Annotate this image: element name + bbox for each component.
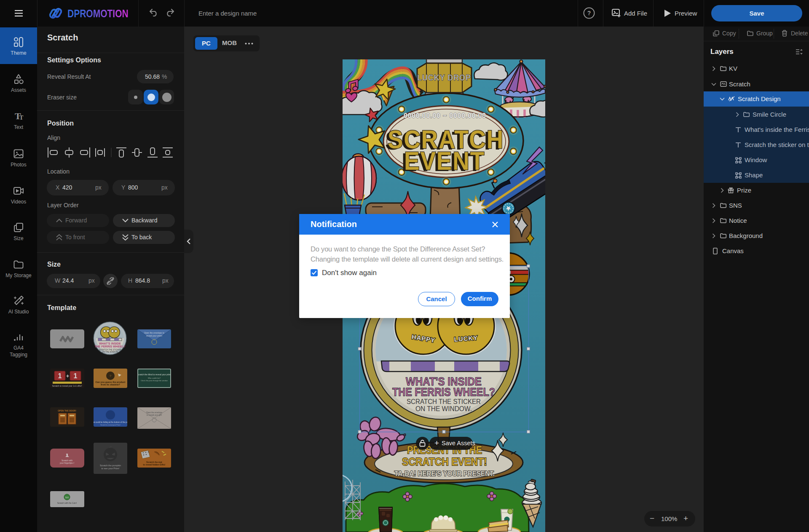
svg-text:1: 1 — [58, 372, 62, 380]
svg-text:SCRATCH THE STICKER: SCRATCH THE STICKER — [407, 398, 481, 405]
svg-text:Scratch the blind to reveal yo: Scratch the blind to reveal your prize! — [138, 373, 170, 376]
svg-text:WHAT'S INSIDE: WHAT'S INSIDE — [99, 342, 121, 345]
svg-text:+: + — [66, 373, 69, 379]
svg-text:THE FERRIS WHEEL?: THE FERRIS WHEEL? — [94, 345, 125, 348]
svg-text:0000.00.00 ~ 0000.00.00: 0000.00.00 ~ 0000.00.00 — [404, 112, 486, 120]
svg-text:to reveal your gift!: to reveal your gift! — [147, 414, 162, 416]
svg-text:reveal your prize!: reveal your prize! — [146, 334, 162, 337]
svg-text:Open the envelope to: Open the envelope to — [144, 331, 164, 334]
svg-text:TA-DA! HERE'S YOUR PRESENT.: TA-DA! HERE'S YOUR PRESENT. — [394, 470, 495, 478]
svg-text:Open the envelope: Open the envelope — [146, 412, 163, 414]
svg-text:OPEN THE DOOR!: OPEN THE DOOR! — [58, 409, 76, 412]
svg-text:Scratch with: Scratch with — [62, 460, 72, 462]
svg-text:LUCKY DROP: LUCKY DROP — [417, 73, 471, 82]
svg-text:?: ? — [110, 374, 112, 378]
svg-text:?: ? — [587, 10, 591, 16]
svg-text:Scratch the pumpkin: Scratch the pumpkin — [100, 464, 121, 467]
svg-text:ON THE WINDOW: ON THE WINDOW — [102, 351, 118, 353]
svg-text:THE FERRIS WHEEL?: THE FERRIS WHEEL? — [392, 385, 495, 398]
svg-text:SCRATCH EVENT!: SCRATCH EVENT! — [402, 456, 487, 468]
svg-text:from its shadow?: from its shadow? — [101, 383, 120, 386]
svg-text:EVENT: EVENT — [404, 146, 485, 175]
svg-text:to see your Prize!: to see your Prize! — [102, 467, 120, 470]
svg-text:Scratch to reveal your Prize!: Scratch to reveal your Prize! — [100, 424, 121, 426]
svg-text:Scratch with the Coin!: Scratch with the Coin! — [57, 502, 77, 504]
svg-text:your fingertips~!: your fingertips~! — [60, 462, 74, 464]
svg-text:Who could it be?: Who could it be? — [148, 377, 161, 379]
svg-text:What could be hiding at the bo: What could be hiding at the bottom of th… — [94, 421, 127, 423]
svg-text:Scratch to reveal your 1+1 off: Scratch to reveal your 1+1 offer! — [52, 385, 82, 387]
svg-text:1: 1 — [74, 372, 78, 380]
svg-text:T: T — [19, 115, 24, 121]
svg-text:Check the prize through the wi: Check the prize through the window — [141, 380, 168, 382]
svg-text:ON THE WINDOW.: ON THE WINDOW. — [415, 405, 472, 412]
svg-text:500: 500 — [65, 496, 69, 499]
svg-text:to reveal hidden Gifts!: to reveal hidden Gifts! — [143, 463, 166, 466]
